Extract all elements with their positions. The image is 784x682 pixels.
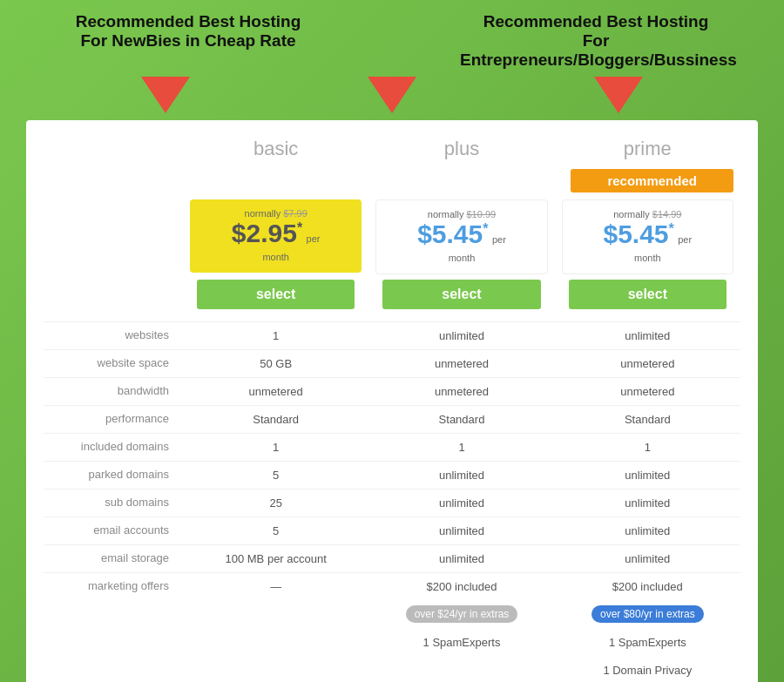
sub-domains-row: sub domains 25 unlimited unlimited [44, 489, 740, 517]
plus-marketing: $200 included [368, 575, 554, 598]
basic-bandwidth: unmetered [183, 380, 368, 403]
basic-spam [183, 631, 368, 654]
plus-plan-header: plus [368, 138, 554, 160]
prime-old-price: $14.99 [652, 209, 682, 219]
arrow-prime [506, 77, 730, 113]
plus-select-button-top[interactable]: select [382, 280, 540, 309]
basic-normally: normally $7.99 [197, 208, 355, 219]
prime-plan-name: prime [555, 138, 740, 160]
recommended-badge-row: recommended [183, 169, 740, 199]
basic-price: $2.95* permonth [197, 219, 355, 264]
plus-parked-domains: unlimited [368, 463, 554, 487]
plus-select-wrap-top: select [368, 274, 554, 314]
performance-label: performance [44, 412, 183, 427]
left-label-group: Recommended Best Hosting For NewBies in … [52, 12, 324, 70]
basic-price-main: $2.95* [232, 219, 302, 247]
prime-price: $5.45* permonth [570, 219, 726, 265]
prime-website-space: unmetered [555, 352, 740, 375]
features-section: websites 1 unlimited unlimited website s… [44, 321, 740, 682]
basic-website-space: 50 GB [183, 352, 368, 375]
pricing-table: basic plus prime recommended normally $7… [26, 120, 758, 682]
basic-sub-domains: 25 [183, 491, 368, 515]
right-label-group: Recommended Best Hosting For Entrepreneu… [460, 12, 732, 70]
basic-extras [183, 600, 368, 628]
plus-price: $5.45* permonth [383, 219, 539, 265]
right-title-line1: Recommended Best Hosting [460, 12, 732, 31]
arrow-plus [280, 77, 504, 113]
website-space-label: website space [44, 356, 183, 371]
email-storage-values: 100 MB per account unlimited unlimited [183, 547, 740, 571]
plus-websites: unlimited [368, 324, 554, 348]
sub-domains-label: sub domains [44, 496, 183, 510]
down-arrow-basic [141, 77, 190, 113]
prime-select-button-top[interactable]: select [569, 280, 727, 309]
arrow-basic [53, 77, 277, 113]
domain-privacy-row: 1 Domain Privacy [44, 656, 740, 682]
prime-price-inner: normally $14.99 $5.45* permonth [562, 199, 733, 274]
plus-included-domains: 1 [368, 436, 554, 459]
plus-extras-badge-wrap: over $24/yr in extras [368, 600, 554, 628]
sub-domains-values: 25 unlimited unlimited [183, 491, 740, 515]
prime-extras-badge-wrap: over $80/yr in extras [555, 600, 740, 628]
extras-badges-row: over $24/yr in extras over $80/yr in ext… [44, 600, 740, 628]
basic-select-button-top[interactable]: select [197, 280, 355, 309]
plus-price-inner: normally $10.99 $5.45* permonth [375, 199, 547, 274]
down-arrow-plus [368, 77, 416, 113]
prime-performance: Standard [555, 408, 740, 431]
parked-domains-row: parked domains 5 unlimited unlimited [44, 461, 740, 489]
marketing-offers-values: — $200 included $200 included [183, 575, 740, 598]
plus-old-price: $10.99 [466, 209, 496, 219]
prime-select-wrap-top: select [555, 274, 740, 314]
domain-privacy-values: 1 Domain Privacy [183, 658, 740, 682]
down-arrow-prime [594, 77, 643, 113]
prime-email-storage: unlimited [555, 547, 740, 571]
included-domains-values: 1 1 1 [183, 436, 740, 459]
plus-extras-badge: over $24/yr in extras [406, 605, 518, 623]
prime-included-domains: 1 [555, 436, 740, 459]
basic-domain-privacy [183, 658, 368, 682]
performance-values: Standard Standard Standard [183, 408, 740, 431]
basic-parked-domains: 5 [183, 463, 368, 487]
plus-price-box: normally $10.99 $5.45* permonth [375, 199, 547, 274]
spam-experts-row: 1 SpamExperts 1 SpamExperts [44, 628, 740, 656]
prime-normally: normally $14.99 [570, 209, 726, 219]
bandwidth-label: bandwidth [44, 384, 183, 399]
basic-price-inner: normally $7.99 $2.95* permonth [190, 199, 362, 273]
parked-domains-values: 5 unlimited unlimited [183, 463, 740, 487]
plus-spam: 1 SpamExperts [368, 631, 554, 654]
prime-price-main: $5.45* [603, 219, 673, 248]
left-title-line1: Recommended Best Hosting [52, 12, 324, 31]
marketing-offers-row: marketing offers — $200 included $200 in… [44, 572, 740, 600]
prime-websites: unlimited [555, 324, 740, 348]
email-accounts-label: email accounts [44, 523, 183, 538]
website-space-row: website space 50 GB unmetered unmetered [44, 349, 740, 377]
select-buttons-top: select select select [183, 274, 740, 314]
parked-domains-label: parked domains [44, 468, 183, 483]
plan-headers-row: basic plus prime [183, 138, 740, 169]
extras-values: over $24/yr in extras over $80/yr in ext… [183, 600, 740, 628]
recommended-badge: recommended [571, 169, 733, 192]
prime-email-accounts: unlimited [555, 519, 740, 543]
bandwidth-row: bandwidth unmetered unmetered unmetered [44, 377, 740, 405]
email-storage-row: email storage 100 MB per account unlimit… [44, 544, 740, 572]
prime-plan-header-wrap: prime [555, 138, 740, 160]
plus-domain-privacy [368, 658, 554, 682]
prime-spam: 1 SpamExperts [555, 631, 740, 654]
website-space-values: 50 GB unmetered unmetered [183, 352, 740, 375]
marketing-offers-label: marketing offers [44, 579, 183, 594]
right-title-line2: For Entrepreneurs/Bloggers/Bussiness [460, 31, 732, 70]
bandwidth-values: unmetered unmetered unmetered [183, 380, 740, 403]
basic-select-wrap-top: select [183, 274, 368, 314]
left-title-line2: For NewBies in Cheap Rate [52, 31, 324, 51]
plus-website-space: unmetered [368, 352, 554, 375]
basic-marketing: — [183, 575, 368, 598]
included-domains-row: included domains 1 1 1 [44, 433, 740, 461]
basic-old-price: $7.99 [283, 208, 308, 219]
basic-websites: 1 [183, 324, 368, 348]
plus-performance: Standard [368, 408, 554, 431]
basic-included-domains: 1 [183, 436, 368, 459]
prime-domain-privacy: 1 Domain Privacy [555, 658, 740, 682]
websites-values: 1 unlimited unlimited [183, 324, 740, 348]
plus-normally: normally $10.99 [383, 209, 539, 219]
prime-price-box: normally $14.99 $5.45* permonth [562, 199, 733, 274]
